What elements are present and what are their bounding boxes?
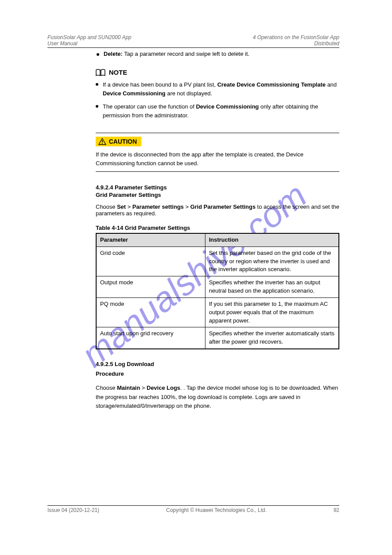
note-label: NOTE	[96, 69, 339, 76]
content: Delete: Tap a parameter record and swipe…	[47, 51, 339, 410]
note1-b1: Create Device Commissioning Template	[217, 81, 326, 88]
sec4-desc-b1: Set	[117, 203, 126, 210]
sec4-desc-b2: Parameter settings	[133, 203, 184, 210]
sec5-title: 4.9.2.5 Log Download	[96, 360, 339, 369]
sec4-title: 4.9.2.4 Parameter Settings	[96, 184, 339, 191]
cell-instruction: If you set this parameter to 1, the maxi…	[205, 298, 338, 327]
cell-instruction: Specifies whether the inverter automatic…	[205, 327, 338, 348]
cell-param: Auto start upon grid recovery	[97, 327, 205, 348]
sec4-sub: Grid Parameter Settings	[96, 192, 339, 198]
header-product: FusionSolar App and SUN2000 App	[47, 34, 131, 40]
table-caption: Table 4-14 Grid Parameter Settings	[96, 225, 339, 231]
svg-point-1	[102, 143, 103, 144]
caution-rule-top	[96, 133, 339, 133]
table-header-row: Parameter Instruction	[97, 234, 338, 247]
cell-param: Grid code	[97, 247, 205, 276]
book-icon	[96, 69, 105, 76]
col-header-instruction: Instruction	[205, 234, 338, 247]
header-section-no: 4 Operations on the FusionSolar App	[253, 34, 339, 40]
cell-instruction: Specifies whether the inverter has an ou…	[205, 276, 338, 297]
table-row: PQ mode If you set this parameter to 1, …	[97, 297, 338, 327]
sec4-desc-b3: Grid Parameter Settings	[190, 203, 255, 210]
note1-b2: Device Commissioning	[103, 90, 165, 97]
table-row: Output mode Specifies whether the invert…	[97, 276, 338, 297]
bullet-icon	[97, 53, 99, 56]
note-item-2: The operator can use the function of Dev…	[96, 102, 339, 120]
note-block: NOTE If a device has been bound to a PV …	[96, 69, 339, 120]
note2-b: Device Commissioning	[196, 103, 259, 110]
sec5-b2: Device Logs	[147, 385, 180, 391]
note-heading: NOTE	[109, 69, 127, 76]
table-row: Auto start upon grid recovery Specifies …	[97, 327, 338, 348]
caution-block: CAUTION	[96, 133, 339, 147]
caution-label: CAUTION	[109, 138, 137, 145]
note-item-1: If a device has been bound to a PV plant…	[96, 80, 339, 98]
caution-rule-bottom	[96, 171, 339, 172]
col-header-parameter: Parameter	[97, 234, 205, 247]
footer-copyright: Copyright © Huawei Technologies Co., Ltd…	[166, 507, 266, 513]
cell-instruction: Set this parameter based on the grid cod…	[205, 247, 338, 276]
table-row: Grid code Set this parameter based on th…	[97, 247, 338, 276]
footer-issue: Issue 04 (2020-12-21)	[47, 507, 99, 513]
header-section-label: Distributed	[314, 40, 339, 47]
caution-badge: CAUTION	[96, 137, 141, 146]
page: manualshive.com FusionSolar App and SUN2…	[0, 0, 392, 555]
caution-text: If the device is disconnected from the a…	[96, 150, 339, 168]
note2-prefix: The operator can use the function of	[103, 103, 194, 110]
note1-prefix: If a device has been bound to a PV plant…	[103, 81, 216, 88]
delete-text: Tap a parameter record and swipe left to…	[124, 51, 249, 57]
section-4925: 4.9.2.5 Log Download Procedure Choose Ma…	[96, 360, 339, 410]
header-rule	[47, 47, 339, 48]
section-4924: 4.9.2.4 Parameter Settings Grid Paramete…	[96, 184, 339, 217]
note1-suffix: are not displayed.	[167, 90, 212, 97]
header-doc: User Manual	[47, 40, 77, 47]
sec5-sub: Procedure	[96, 370, 339, 378]
cell-param: Output mode	[97, 276, 205, 297]
warning-icon	[98, 138, 106, 145]
page-header: FusionSolar App and SUN2000 App User Man…	[47, 34, 339, 48]
bullet-icon	[96, 83, 98, 86]
header-right: 4 Operations on the FusionSolar App Dist…	[253, 34, 339, 47]
sec5-b1: Maintain	[117, 385, 140, 391]
note1-mid: and	[327, 81, 337, 88]
header-left: FusionSolar App and SUN2000 App User Man…	[47, 34, 131, 47]
footer-page: 92	[334, 507, 339, 513]
sec5-prefix: Choose	[96, 385, 115, 391]
grid-parameters-table: Parameter Instruction Grid code Set this…	[96, 233, 339, 349]
delete-label: Delete:	[104, 51, 122, 57]
delete-bullet: Delete: Tap a parameter record and swipe…	[97, 51, 339, 57]
sec4-desc-prefix: Choose	[96, 203, 115, 210]
bullet-icon	[96, 105, 98, 108]
cell-param: PQ mode	[97, 298, 205, 327]
sec4-desc: Choose Set > Parameter settings > Grid P…	[96, 203, 339, 217]
page-footer: Issue 04 (2020-12-21) Copyright © Huawei…	[47, 505, 339, 513]
